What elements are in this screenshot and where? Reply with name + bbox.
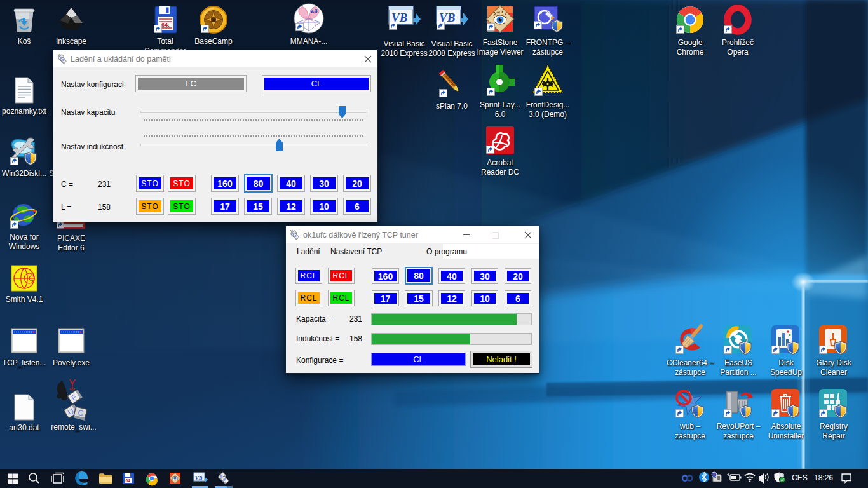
svg-text:v.3: v.3 xyxy=(310,8,318,14)
svg-text:VB: VB xyxy=(195,475,203,481)
svg-text:64: 64 xyxy=(126,478,131,483)
svg-text:64:: 64: xyxy=(161,22,170,28)
svg-text:CES: CES xyxy=(792,473,808,482)
svg-text:18:26: 18:26 xyxy=(814,473,833,482)
